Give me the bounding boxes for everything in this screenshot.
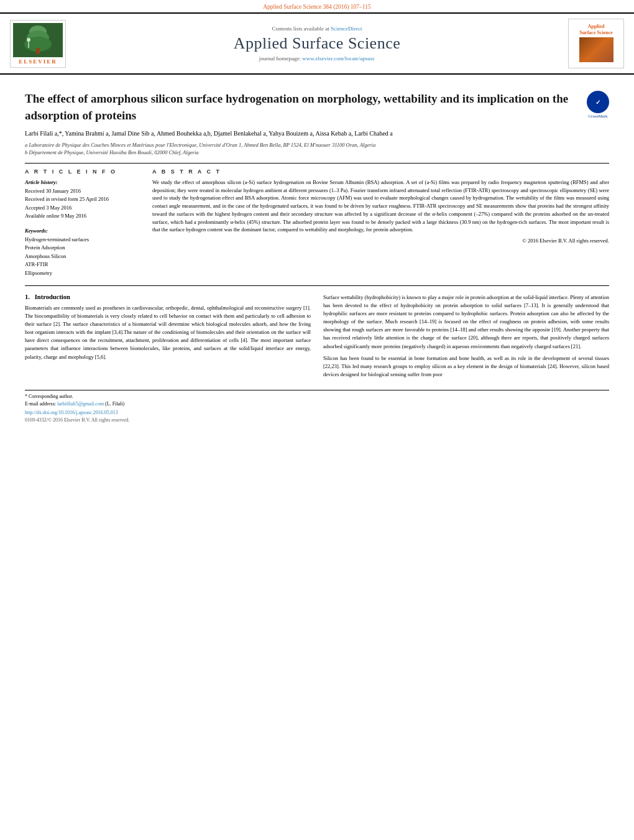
introduction-right-col: Surface wettability (hydrophobicity) is …: [323, 293, 609, 383]
article-history-label: Article history:: [25, 178, 140, 187]
keywords-block: Keywords: Hydrogen-terminated surfaces P…: [25, 227, 140, 278]
article-info-abstract-section: A R T I C L E I N F O Article history: R…: [25, 163, 609, 278]
journal-citation-text: Applied Surface Science 384 (2016) 107–1…: [263, 4, 371, 10]
journal-title: Applied Surface Science: [72, 34, 562, 53]
page: Applied Surface Science 384 (2016) 107–1…: [0, 0, 634, 840]
sciencedirect-link[interactable]: ScienceDirect: [331, 25, 362, 32]
svg-point-5: [27, 38, 30, 42]
applied-surface-science-logo-box: Applied Surface Science: [568, 19, 624, 68]
journal-citation: Applied Surface Science 384 (2016) 107–1…: [0, 0, 634, 12]
elsevier-tree-svg: [15, 24, 61, 55]
intro-paragraph-1: Biomaterials are commonly used as prosth…: [25, 304, 311, 361]
contents-available-text: Contents lists available at ScienceDirec…: [72, 25, 562, 32]
keyword-5: Ellipsometry: [25, 269, 140, 278]
keyword-4: ATR-FTIR: [25, 261, 140, 269]
keyword-3: Amorphous Silicon: [25, 252, 140, 261]
journal-header: ELSEVIER Contents lists available at Sci…: [0, 12, 634, 75]
abstract-column: A B S T R A C T We study the effect of a…: [152, 168, 609, 278]
available-online-date: Available online 9 May 2016: [25, 212, 140, 221]
introduction-left-text: Biomaterials are commonly used as prosth…: [25, 304, 311, 361]
email-line: E-mail address: larbifilali5@gmail.com (…: [25, 400, 609, 408]
keyword-2: Protein Adsorption: [25, 244, 140, 252]
intro-right-paragraph-2: Silicon has been found to be essential i…: [323, 354, 609, 379]
article-info-column: A R T I C L E I N F O Article history: R…: [25, 168, 140, 278]
elsevier-tree-graphic: [13, 23, 63, 57]
journal-center: Contents lists available at ScienceDirec…: [72, 25, 562, 62]
intro-right-paragraph-1: Surface wettability (hydrophobicity) is …: [323, 293, 609, 351]
article-title: The effect of amorphous silicon surface …: [25, 91, 581, 124]
article-history-block: Article history: Received 30 January 201…: [25, 178, 140, 221]
elsevier-label-text: ELSEVIER: [13, 58, 63, 65]
email-label: E-mail address:: [25, 401, 57, 407]
journal-homepage-text: journal homepage: www.elsevier.com/locat…: [72, 55, 562, 62]
section-divider: [25, 285, 609, 286]
journal-homepage-link[interactable]: www.elsevier.com/locate/apsusc: [302, 55, 375, 62]
keywords-label: Keywords:: [25, 227, 140, 236]
logo-box-title1: Applied Surface Science: [579, 24, 613, 35]
crossmark-badge: ✓ CrossMark: [587, 91, 609, 113]
introduction-section: 1. Introduction Biomaterials are commonl…: [25, 293, 609, 383]
affiliation-b: b Département de Physique, Université Ha…: [25, 149, 609, 157]
journal-cover-image: [579, 37, 613, 62]
corresponding-label: * Corresponding author.: [25, 394, 73, 399]
introduction-right-text: Surface wettability (hydrophobicity) is …: [323, 293, 609, 379]
affiliation-a: a Laboratoire de Physique des Couches Mi…: [25, 142, 609, 149]
svg-rect-4: [36, 48, 40, 54]
abstract-text: We study the effect of amorphous silicon…: [152, 178, 609, 234]
authors-text: Larbi Filali a,*, Yamina Brahmi a, Jamal…: [25, 130, 393, 137]
introduction-title: 1. Introduction: [25, 293, 311, 300]
introduction-left-col: 1. Introduction Biomaterials are commonl…: [25, 293, 311, 383]
accepted-date: Accepted 3 May 2016: [25, 204, 140, 213]
copyright-text: © 2016 Elsevier B.V. All rights reserved…: [152, 238, 609, 244]
article-info-header: A R T I C L E I N F O: [25, 168, 140, 175]
main-content: The effect of amorphous silicon surface …: [0, 75, 634, 430]
crossmark-label: CrossMark: [587, 114, 609, 119]
received-revised-date: Received in revised form 25 April 2016: [25, 195, 140, 204]
doi-link[interactable]: http://dx.doi.org/10.1016/j.apsusc.2016.…: [25, 410, 118, 415]
authors-section: Larbi Filali a,*, Yamina Brahmi a, Jamal…: [25, 130, 609, 137]
elsevier-logo: ELSEVIER: [10, 20, 66, 68]
journal-logo-right: Applied Surface Science: [568, 19, 624, 68]
crossmark-circle: ✓: [587, 91, 609, 113]
abstract-header: A B S T R A C T: [152, 168, 609, 175]
email-suffix: (L. Filali): [105, 401, 124, 407]
keyword-1: Hydrogen-terminated surfaces: [25, 236, 140, 244]
footnote-area: * Corresponding author. E-mail address: …: [25, 390, 609, 424]
corresponding-author-note: * Corresponding author.: [25, 393, 609, 400]
article-title-section: The effect of amorphous silicon surface …: [25, 81, 609, 130]
received-date: Received 30 January 2016: [25, 187, 140, 196]
affiliations: a Laboratoire de Physique des Couches Mi…: [25, 142, 609, 157]
doi-line: http://dx.doi.org/10.1016/j.apsusc.2016.…: [25, 409, 609, 417]
email-link[interactable]: larbifilali5@gmail.com: [57, 401, 104, 407]
rights-line: 0169-4332/© 2016 Elsevier B.V. All right…: [25, 417, 609, 424]
